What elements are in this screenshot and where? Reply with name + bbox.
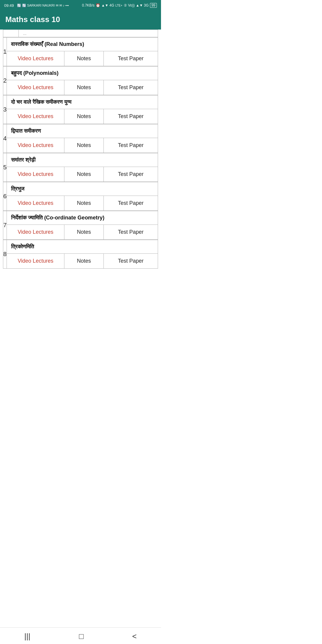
chapter-actions-row-5: Video Lectures Notes Test Paper [3, 167, 158, 182]
status-bar-right: 0.7KB/s ⏰ ▲▼ 4G LTE+ ② Vo)) ▲▼ 3G 99 [82, 3, 157, 8]
test-paper-link-6[interactable]: Test Paper [103, 196, 158, 211]
status-icons-left: 🔄 🔄 SARKARI NAUKRI ✉ ✉ ♪ ••• [17, 4, 69, 7]
network-speed: 0.7KB/s [82, 3, 95, 7]
volte: Vo)) [128, 3, 135, 7]
video-lectures-link-3[interactable]: Video Lectures [7, 109, 64, 124]
test-paper-link-2[interactable]: Test Paper [103, 80, 158, 95]
notes-link-4[interactable]: Notes [64, 138, 103, 153]
time: 09:49 [4, 3, 14, 8]
video-lectures-link-4[interactable]: Video Lectures [7, 138, 64, 153]
number-2: ② [124, 3, 127, 7]
chapter-actions-row-7: Video Lectures Notes Test Paper [3, 225, 158, 240]
page-title: Maths class 10 [5, 15, 156, 24]
lte-badge: LTE+ [115, 4, 122, 7]
chapter-title-6[interactable]: त्रिभुज [7, 182, 158, 196]
chapter-title-3[interactable]: दो चर वाले रैखिक समीकरण युग्म [7, 95, 158, 109]
chapter-title-row: 5 समांतर श्रेढ़ी [3, 153, 158, 167]
app-bar: Maths class 10 [0, 11, 161, 30]
notes-link-5[interactable]: Notes [64, 167, 103, 182]
video-lectures-link-2[interactable]: Video Lectures [7, 80, 64, 95]
status-bar: 09:49 🔄 🔄 SARKARI NAUKRI ✉ ✉ ♪ ••• 0.7KB… [0, 0, 161, 11]
chapter-title-7[interactable]: निर्देशांक ज्यामिति (Co-ordinate Geometr… [7, 211, 158, 225]
chapter-title-2[interactable]: बहुपद (Polynomials) [7, 66, 158, 80]
chapter-title-row: 6 त्रिभुज [3, 182, 158, 196]
partial-chapter-row: ... [3, 30, 158, 37]
chapter-num-5: 5 [3, 153, 7, 182]
chapter-num-7: 7 [3, 211, 7, 240]
chapter-num-8: 8 [3, 240, 7, 269]
signal-3g: ▲▼ 3G [136, 3, 149, 7]
chapter-actions-row-3: Video Lectures Notes Test Paper [3, 109, 158, 124]
status-bar-left: 09:49 🔄 🔄 SARKARI NAUKRI ✉ ✉ ♪ ••• [4, 3, 69, 8]
partial-row-content: ... [19, 30, 158, 37]
chapter-title-5[interactable]: समांतर श्रेढ़ी [7, 153, 158, 167]
partial-row-num [3, 30, 19, 37]
chapter-num-2: 2 [3, 66, 7, 95]
chapter-num-1: 1 [3, 38, 7, 66]
chapter-title-8[interactable]: त्रिकोणमिति [7, 240, 158, 254]
notes-link-2[interactable]: Notes [64, 80, 103, 95]
notes-link-1[interactable]: Notes [64, 51, 103, 66]
battery: 99 [150, 3, 157, 8]
video-lectures-link-8[interactable]: Video Lectures [7, 254, 64, 269]
video-lectures-link-1[interactable]: Video Lectures [7, 51, 64, 66]
chapter-title-4[interactable]: द्विघात समीकरण [7, 124, 158, 138]
chapter-num-3: 3 [3, 95, 7, 124]
chapter-title-row: 4 द्विघात समीकरण [3, 124, 158, 138]
chapter-title-row: 1 वास्तविक संख्याएँ (Real Numbers) [3, 38, 158, 51]
chapter-actions-row-1: Video Lectures Notes Test Paper [3, 51, 158, 66]
test-paper-link-5[interactable]: Test Paper [103, 167, 158, 182]
chapter-actions-row-2: Video Lectures Notes Test Paper [3, 80, 158, 95]
video-lectures-link-6[interactable]: Video Lectures [7, 196, 64, 211]
test-paper-link-8[interactable]: Test Paper [103, 254, 158, 269]
notes-link-8[interactable]: Notes [64, 254, 103, 269]
chapter-num-4: 4 [3, 124, 7, 153]
chapter-actions-row-6: Video Lectures Notes Test Paper [3, 196, 158, 211]
chapter-title-1[interactable]: वास्तविक संख्याएँ (Real Numbers) [7, 38, 158, 51]
chapter-title-row: 2 बहुपद (Polynomials) [3, 66, 158, 80]
alarm-icon: ⏰ [96, 3, 100, 7]
test-paper-link-7[interactable]: Test Paper [103, 225, 158, 240]
test-paper-link-4[interactable]: Test Paper [103, 138, 158, 153]
signal-4g: ▲▼ 4G [101, 3, 114, 7]
notes-link-7[interactable]: Notes [64, 225, 103, 240]
video-lectures-link-7[interactable]: Video Lectures [7, 225, 64, 240]
notes-link-6[interactable]: Notes [64, 196, 103, 211]
notes-link-3[interactable]: Notes [64, 109, 103, 124]
chapter-title-row: 3 दो चर वाले रैखिक समीकरण युग्म [3, 95, 158, 109]
chapter-title-row: 7 निर्देशांक ज्यामिति (Co-ordinate Geome… [3, 211, 158, 225]
video-lectures-link-5[interactable]: Video Lectures [7, 167, 64, 182]
chapter-actions-row-4: Video Lectures Notes Test Paper [3, 138, 158, 153]
chapter-title-row: 8 त्रिकोणमिति [3, 240, 158, 254]
chapter-num-6: 6 [3, 182, 7, 211]
test-paper-link-3[interactable]: Test Paper [103, 109, 158, 124]
chapter-actions-row-8: Video Lectures Notes Test Paper [3, 254, 158, 269]
test-paper-link-1[interactable]: Test Paper [103, 51, 158, 66]
